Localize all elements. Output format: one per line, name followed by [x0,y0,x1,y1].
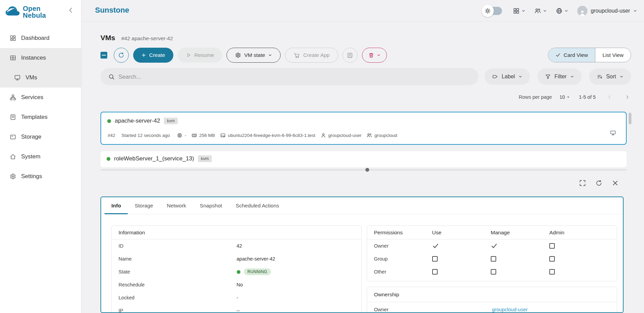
next-page-button[interactable] [624,93,631,101]
tab-scheduled-actions[interactable]: Scheduled Actions [229,197,286,214]
horizontal-scrollbar-handle[interactable] [365,168,369,172]
theme-toggle[interactable] [484,7,502,15]
permission-checkbox[interactable] [549,256,555,262]
info-row: Nameapache-server-42 [112,252,361,265]
permission-cell [432,256,491,262]
chevron-down-icon [518,75,522,79]
label-dropdown[interactable]: Label [485,68,530,85]
vnc-console-button[interactable] [610,129,616,136]
vertical-scrollbar[interactable] [629,113,631,124]
language-menu-button[interactable] [556,7,568,14]
sort-dropdown[interactable]: Sort [589,68,631,85]
info-row: RescheduleNo [112,278,361,291]
permission-checkbox[interactable] [432,256,438,262]
permission-checkbox[interactable] [549,243,555,249]
permission-row: Other [367,265,617,278]
permission-checkbox[interactable] [491,269,496,275]
state-badge: RUNNING [244,268,271,275]
check-icon[interactable] [432,242,439,249]
permission-checkbox[interactable] [549,269,555,275]
username: groupcloud-user [591,8,630,14]
info-row-text: -- [237,308,240,313]
sidebar-item-vms[interactable]: VMs [0,68,81,88]
chevron-down-icon [377,53,381,57]
rows-per-page-select[interactable]: 10 [560,94,570,100]
vm-card-details: #42Started 12 seconds ago-256 MBubuntu22… [108,132,404,138]
check-icon[interactable] [491,242,498,249]
horizontal-scrollbar-track [100,169,627,171]
sidebar-item-instances[interactable]: Instances [0,48,81,68]
resume-button[interactable]: Resume [178,48,222,63]
previous-page-button[interactable] [606,93,613,101]
logo-text-open: Open [23,5,46,12]
permission-cell [491,269,549,275]
main-content: VMs #42 apache-server-42 Create Resume V… [81,21,644,313]
expand-icon[interactable] [579,179,586,187]
refresh-icon[interactable] [595,179,602,187]
ownership-row: Ownergroupcloud-user [367,302,617,313]
toolbar: Create Resume VM state Create App [100,48,387,63]
create-app-button[interactable]: Create App [285,48,338,63]
card-view-button[interactable]: Card View [548,48,595,62]
permission-checkbox[interactable] [491,256,496,262]
select-all-checkbox[interactable] [100,52,107,59]
globe-icon [556,7,563,14]
sidebar-item-system[interactable]: System [0,147,81,167]
tab-network[interactable]: Network [160,197,193,214]
permission-checkbox[interactable] [432,269,438,275]
ownership-title: Ownership [367,287,617,302]
vm-state-dropdown[interactable]: VM state [226,48,281,63]
refresh-button[interactable] [114,48,129,63]
info-row: Locked- [112,291,361,304]
chevron-down-icon [633,9,637,13]
permission-row: Owner [367,239,617,252]
permissions-column-admin: Admin [549,230,608,236]
delete-dropdown[interactable] [362,48,387,63]
list-view-button[interactable]: List View [595,48,631,62]
group-icon [534,7,541,14]
tab-storage[interactable]: Storage [128,197,160,214]
detail-panel-actions [579,179,619,187]
sidebar-item-services[interactable]: Services [0,88,81,107]
tab-snapshot[interactable]: Snapshot [193,197,229,214]
rows-per-page-label: Rows per page [519,94,552,100]
info-row-text: No [237,282,243,287]
vm-card[interactable]: roleWebServer_1_(service_13)kvm [100,151,627,168]
breadcrumb: VMs #42 apache-server-42 [100,34,173,42]
avatar [577,6,587,16]
hypervisor-badge: kvm [164,118,178,124]
vm-name: roleWebServer_1_(service_13) [114,155,194,162]
info-row-value: No [237,282,243,287]
owner-link[interactable]: groupcloud-user [492,307,528,312]
apps-menu-button[interactable] [513,7,525,14]
sunstone-app: Open Nebula DashboardInstancesVMsService… [0,0,644,313]
sidebar-item-storage[interactable]: Storage [0,127,81,147]
sidebar-item-settings[interactable]: Settings [0,167,81,186]
filter-dropdown[interactable]: Filter [537,68,582,85]
info-row-label: ID [112,243,237,249]
vm-card-header: roleWebServer_1_(service_13)kvm [107,155,212,162]
dashboard-icon [10,35,16,42]
datastore-icon [220,132,226,138]
sidebar-item-dashboard[interactable]: Dashboard [0,28,81,48]
tab-info[interactable]: Info [105,197,128,214]
close-icon[interactable] [612,179,619,187]
user-menu-button[interactable]: groupcloud-user [577,6,637,16]
refresh-icon [118,52,125,59]
save-button[interactable] [343,48,358,63]
vm-card[interactable]: apache-server-42kvm#42Started 12 seconds… [100,112,627,145]
trash-icon [368,52,374,58]
chevron-down-icon [564,9,568,13]
info-row: ID42 [112,239,361,252]
sidebar-item-label: Dashboard [21,35,49,42]
sidebar-collapse-icon[interactable] [67,7,74,14]
groups-menu-button[interactable] [534,7,547,14]
info-row-value: 42 [237,243,242,249]
permission-cell [549,243,608,249]
search-input[interactable] [119,74,478,80]
create-button[interactable]: Create [133,48,173,63]
search-icon [108,74,115,80]
play-icon [186,52,191,58]
sidebar-item-templates[interactable]: Templates [0,107,81,127]
sidebar-menu: DashboardInstancesVMsServicesTemplatesSt… [0,28,81,186]
